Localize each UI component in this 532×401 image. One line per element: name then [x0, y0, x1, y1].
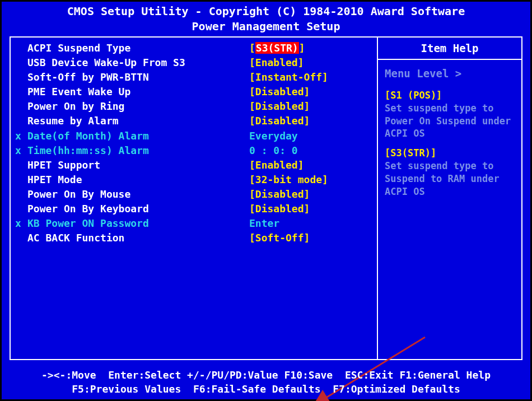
row-marker	[15, 41, 27, 55]
bracket-close: ]	[304, 100, 310, 112]
row-marker	[15, 70, 27, 85]
help-option1-text: Set suspend type to Power On Suspend und…	[385, 102, 515, 141]
setting-value[interactable]: Enter	[249, 216, 279, 231]
setting-row[interactable]: Resume by Alarm[Disabled]	[11, 114, 377, 128]
setting-value[interactable]: [Disabled]	[249, 99, 310, 114]
row-marker: x	[15, 216, 27, 231]
header-subtitle: Power Management Setup	[2, 19, 530, 34]
bracket-open: [	[249, 57, 255, 68]
setting-label: AC BACK Function	[27, 231, 249, 245]
setting-value[interactable]: [Disabled]	[249, 114, 310, 128]
setting-value-text: Everyday	[249, 130, 298, 142]
setting-row[interactable]: USB Device Wake-Up From S3[Enabled]	[11, 55, 377, 70]
setting-row[interactable]: Power On by Ring[Disabled]	[11, 99, 377, 114]
setting-label: USB Device Wake-Up From S3	[27, 55, 249, 70]
setting-value[interactable]: [Disabled]	[249, 187, 310, 202]
setting-label: HPET Mode	[27, 172, 249, 187]
bios-screen: CMOS Setup Utility - Copyright (C) 1984-…	[0, 0, 532, 401]
row-marker: x	[15, 143, 27, 158]
setting-label: Soft-Off by PWR-BTTN	[27, 70, 249, 85]
bracket-open: [	[249, 203, 255, 215]
setting-row[interactable]: HPET Mode[32-bit mode]	[11, 172, 377, 187]
bracket-open: [	[249, 115, 255, 127]
bracket-open: [	[249, 174, 255, 185]
setting-value[interactable]: [Enabled]	[249, 158, 304, 172]
row-marker	[15, 172, 27, 187]
setting-row[interactable]: xTime(hh:mm:ss) Alarm 0 : 0: 0	[11, 143, 377, 158]
row-marker	[15, 187, 27, 202]
setting-value-text: Disabled	[255, 86, 304, 97]
bracket-open: [	[249, 188, 255, 200]
setting-value-text: Disabled	[255, 100, 304, 112]
row-marker	[15, 55, 27, 70]
setting-row[interactable]: AC BACK Function[Soft-Off]	[11, 231, 377, 245]
setting-value[interactable]: [32-bit mode]	[249, 172, 328, 187]
menu-level: Menu Level >	[385, 67, 515, 81]
setting-value[interactable]: [S3(STR)]	[249, 41, 305, 55]
setting-value-text: 32-bit mode	[255, 174, 322, 185]
setting-value[interactable]: [Disabled]	[249, 202, 310, 216]
setting-label: Power On By Mouse	[27, 187, 249, 202]
setting-row[interactable]: Power On By Keyboard[Disabled]	[11, 202, 377, 216]
bracket-close: ]	[298, 159, 304, 171]
setting-label: Power On By Keyboard	[27, 202, 249, 216]
setting-value-text: S3(STR)	[255, 42, 299, 54]
row-marker	[15, 114, 27, 128]
bracket-close: ]	[304, 203, 310, 215]
setting-label: HPET Support	[27, 158, 249, 172]
setting-value-text: 0 : 0: 0	[249, 144, 298, 156]
setting-value-text: Instant-Off	[255, 71, 322, 83]
bracket-close: ]	[322, 174, 328, 185]
setting-value-text: Disabled	[255, 188, 304, 200]
setting-row[interactable]: PME Event Wake Up[Disabled]	[11, 85, 377, 99]
setting-row[interactable]: ACPI Suspend Type[S3(STR)]	[11, 41, 377, 55]
help-option2-head: [S3(STR)]	[385, 147, 515, 160]
help-title: Item Help	[378, 38, 521, 60]
footer-line1: -><-:Move Enter:Select +/-/PU/PD:Value F…	[2, 369, 530, 382]
header-title: CMOS Setup Utility - Copyright (C) 1984-…	[2, 4, 530, 19]
bracket-close: ]	[298, 57, 304, 68]
settings-pane[interactable]: ACPI Suspend Type[S3(STR)]USB Device Wak…	[11, 38, 377, 359]
setting-value[interactable]: [Enabled]	[249, 55, 304, 70]
bracket-open: [	[249, 100, 255, 112]
bracket-close: ]	[304, 115, 310, 127]
setting-value-text: Enter	[249, 217, 279, 229]
setting-value[interactable]: [Soft-Off]	[249, 231, 310, 245]
help-pane: Item Help Menu Level > [S1 (POS)] Set su…	[377, 38, 521, 359]
bracket-open: [	[249, 42, 255, 54]
setting-row[interactable]: Soft-Off by PWR-BTTN[Instant-Off]	[11, 70, 377, 85]
setting-label: Time(hh:mm:ss) Alarm	[27, 143, 249, 158]
setting-label: Resume by Alarm	[27, 114, 249, 128]
setting-row[interactable]: Power On By Mouse[Disabled]	[11, 187, 377, 202]
help-option2-text: Set suspend type to Suspend to RAM under…	[385, 160, 515, 198]
setting-value-text: Disabled	[255, 115, 304, 127]
setting-label: PME Event Wake Up	[27, 85, 249, 99]
bracket-open: [	[249, 232, 255, 244]
setting-value[interactable]: Everyday	[249, 129, 298, 143]
setting-row[interactable]: HPET Support[Enabled]	[11, 158, 377, 172]
bracket-open: [	[249, 71, 255, 83]
setting-value-text: Disabled	[255, 203, 304, 215]
bracket-close: ]	[299, 42, 305, 54]
setting-row[interactable]: xKB Power ON Password Enter	[11, 216, 377, 231]
setting-label: ACPI Suspend Type	[27, 41, 249, 55]
setting-label: Date(of Month) Alarm	[27, 129, 249, 143]
row-marker: x	[15, 129, 27, 143]
footer: -><-:Move Enter:Select +/-/PU/PD:Value F…	[2, 369, 530, 396]
setting-label: Power On by Ring	[27, 99, 249, 114]
setting-value-text: Soft-Off	[255, 232, 304, 244]
bracket-close: ]	[304, 232, 310, 244]
bracket-close: ]	[304, 86, 310, 97]
setting-value[interactable]: [Instant-Off]	[249, 70, 328, 85]
setting-row[interactable]: xDate(of Month) Alarm Everyday	[11, 129, 377, 143]
setting-value[interactable]: 0 : 0: 0	[249, 143, 298, 158]
row-marker	[15, 99, 27, 114]
bracket-close: ]	[322, 71, 328, 83]
header: CMOS Setup Utility - Copyright (C) 1984-…	[2, 2, 530, 35]
help-option1-head: [S1 (POS)]	[385, 89, 515, 102]
row-marker	[15, 85, 27, 99]
setting-value[interactable]: [Disabled]	[249, 85, 310, 99]
row-marker	[15, 231, 27, 245]
bracket-open: [	[249, 159, 255, 171]
setting-label: KB Power ON Password	[27, 216, 249, 231]
